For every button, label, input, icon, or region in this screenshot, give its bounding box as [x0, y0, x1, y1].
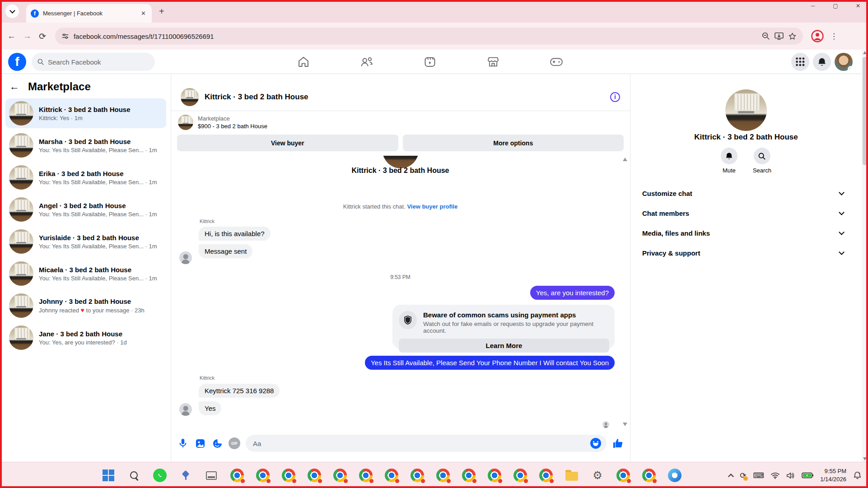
chrome-window-button[interactable] — [304, 465, 324, 485]
chrome-window-button[interactable] — [613, 465, 633, 485]
view-buyer-profile-link[interactable]: View buyer profile — [407, 203, 457, 210]
browser-menu-icon[interactable]: ⋮ — [830, 32, 838, 41]
url-text[interactable]: facebook.com/messages/t/1711000696526691 — [74, 33, 757, 40]
notifications-button[interactable] — [813, 53, 831, 71]
message-input[interactable] — [253, 440, 590, 447]
wifi-icon[interactable] — [771, 472, 779, 479]
chrome-profile-button[interactable] — [665, 465, 685, 485]
scroll-down-arrow-icon[interactable] — [863, 457, 867, 460]
search-conversation-button[interactable]: Search — [753, 148, 771, 174]
taskbar-search-button[interactable] — [124, 465, 144, 485]
facebook-search[interactable] — [32, 53, 155, 71]
sync-icon[interactable]: ⟳ — [740, 471, 746, 480]
nav-friends-icon[interactable] — [356, 51, 378, 73]
apps-menu-button[interactable] — [791, 53, 809, 71]
chrome-window-button[interactable] — [433, 465, 453, 485]
section-privacy-support[interactable]: Privacy & support — [637, 243, 849, 263]
notification-bell-icon[interactable]: z — [853, 471, 862, 480]
mute-button[interactable]: Mute — [721, 148, 737, 174]
chrome-window-button[interactable] — [356, 465, 376, 485]
back-button[interactable]: ← — [7, 31, 16, 41]
reload-button[interactable]: ⟳ — [39, 31, 46, 42]
chrome-window-button[interactable] — [536, 465, 556, 485]
keyboard-icon[interactable]: ⌨ — [753, 471, 765, 480]
search-input[interactable] — [48, 58, 138, 66]
zoom-out-icon[interactable] — [762, 32, 770, 40]
conversation-jane[interactable]: Jane · 3 bed 2 bath House You: Yes, are … — [5, 323, 166, 353]
sticker-icon[interactable] — [211, 437, 223, 449]
voice-clip-icon[interactable] — [177, 437, 189, 449]
new-tab-button[interactable]: + — [159, 6, 164, 17]
install-app-icon[interactable] — [775, 32, 784, 40]
chrome-window-button[interactable] — [459, 465, 479, 485]
chat-avatar[interactable] — [181, 88, 199, 106]
tab-close-icon[interactable]: ✕ — [140, 10, 147, 17]
pinned-window-button[interactable] — [201, 465, 221, 485]
learn-more-button[interactable]: Learn More — [399, 339, 609, 353]
browser-profile-icon[interactable] — [811, 30, 824, 42]
chrome-window-button[interactable] — [407, 465, 427, 485]
view-buyer-button[interactable]: View buyer — [177, 135, 398, 151]
conversation-kittrick[interactable]: Kittrick · 3 bed 2 bath House Kittrick: … — [5, 98, 166, 128]
gif-icon[interactable]: GIF — [229, 437, 240, 449]
chrome-window-button[interactable] — [485, 465, 504, 485]
account-avatar[interactable] — [835, 53, 853, 71]
attach-image-icon[interactable] — [194, 437, 206, 449]
chrome-window-button[interactable] — [279, 465, 299, 485]
marketplace-listing-row[interactable]: Marketplace $900 - 3 bed 2 bath House — [178, 115, 267, 130]
section-chat-members[interactable]: Chat members — [637, 203, 849, 223]
more-options-button[interactable]: More options — [403, 135, 624, 151]
tab-search-button[interactable] — [5, 5, 19, 18]
page-scrollbar[interactable] — [862, 50, 868, 462]
site-info-icon[interactable] — [61, 33, 69, 40]
nav-watch-icon[interactable] — [419, 51, 441, 73]
chrome-window-button[interactable] — [253, 465, 273, 485]
outgoing-message[interactable]: Yes Its Still Available, Please Send You… — [365, 356, 615, 370]
conversation-info-icon[interactable]: i — [610, 92, 620, 102]
pane-scroll-up-icon[interactable] — [623, 158, 627, 161]
forward-button[interactable]: → — [23, 31, 32, 41]
incoming-message[interactable]: Keyttrick 725 316 9288 — [199, 384, 280, 398]
conversation-angel[interactable]: Angel · 3 bed 2 bath House You: Yes Its … — [5, 195, 166, 224]
scrollbar-thumb[interactable] — [863, 57, 867, 165]
whatsapp-button[interactable] — [150, 465, 170, 485]
tray-expand-icon[interactable] — [728, 474, 734, 479]
incoming-message[interactable]: Yes — [199, 401, 221, 415]
scroll-up-arrow-icon[interactable] — [863, 51, 867, 54]
volume-icon[interactable] — [786, 472, 795, 479]
browser-tab[interactable]: f Messenger | Facebook ✕ — [26, 4, 152, 23]
start-button[interactable] — [98, 465, 118, 485]
outgoing-message[interactable]: Yes, are you interested? — [530, 286, 615, 300]
section-media-files-links[interactable]: Media, files and links — [637, 223, 849, 243]
chrome-window-button[interactable] — [639, 465, 659, 485]
window-close-button[interactable]: ✕ — [853, 3, 863, 9]
chrome-window-button[interactable] — [330, 465, 350, 485]
facebook-logo[interactable]: f — [8, 53, 26, 71]
nav-home-icon[interactable] — [293, 51, 314, 73]
nav-gaming-icon[interactable] — [546, 51, 567, 73]
pane-scroll-down-icon[interactable] — [623, 423, 627, 426]
message-input-container[interactable] — [246, 435, 607, 452]
window-maximize-button[interactable]: ▢ — [830, 3, 841, 9]
bookmark-star-icon[interactable] — [788, 32, 797, 41]
chrome-window-button[interactable] — [382, 465, 401, 485]
chrome-window-button[interactable] — [227, 465, 247, 485]
conversation-johnny[interactable]: Johnny · 3 bed 2 bath House Johnny react… — [5, 291, 166, 321]
emoji-icon[interactable] — [590, 438, 601, 449]
nav-marketplace-icon[interactable] — [482, 51, 504, 73]
battery-icon[interactable] — [802, 472, 813, 479]
settings-button[interactable]: ⚙ — [588, 465, 607, 485]
incoming-message[interactable]: Hi, is this available? — [199, 227, 271, 241]
chrome-window-button[interactable] — [510, 465, 530, 485]
back-arrow-icon[interactable]: ← — [8, 81, 21, 93]
pinned-tool-button[interactable] — [176, 465, 196, 485]
section-customize-chat[interactable]: Customize chat — [637, 183, 849, 203]
conversation-erika[interactable]: Erika · 3 bed 2 bath House You: Yes Its … — [5, 163, 166, 192]
taskbar-clock[interactable]: 9:55 PM 1/14/2026 — [820, 467, 846, 483]
incoming-message[interactable]: Message sent — [199, 244, 252, 258]
file-explorer-button[interactable] — [562, 465, 582, 485]
conversation-micaela[interactable]: Micaela · 3 bed 2 bath House You: Yes It… — [5, 259, 166, 288]
like-thumb-icon[interactable] — [612, 437, 624, 449]
conversation-marsha[interactable]: Marsha · 3 bed 2 bath House You: Yes Its… — [5, 130, 166, 160]
message-pane[interactable]: Kittrick · 3 bed 2 bath House Kittrick s… — [171, 156, 630, 429]
